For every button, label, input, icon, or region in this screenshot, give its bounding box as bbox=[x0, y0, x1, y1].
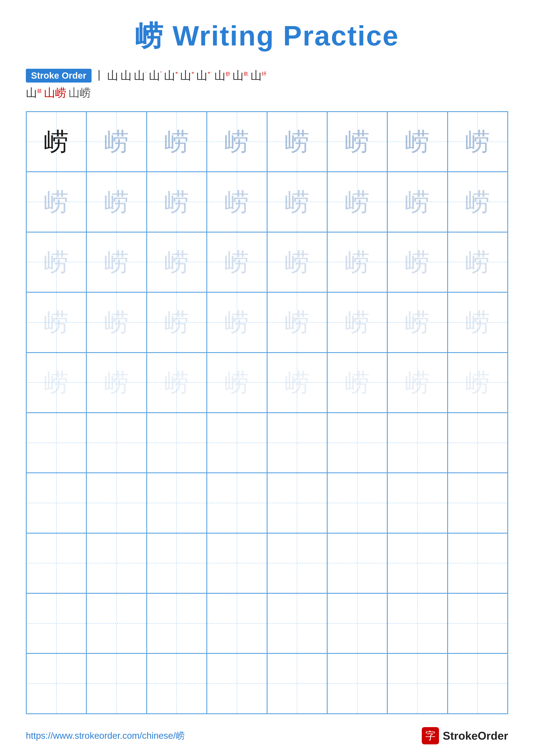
grid-cell: 崂 bbox=[26, 112, 87, 172]
char-gray1: 崂 bbox=[224, 129, 249, 154]
stroke-step-6: 山* bbox=[164, 68, 178, 83]
char-gray4: 崂 bbox=[44, 310, 69, 335]
grid-row-3: 崂 崂 崂 崂 崂 崂 崂 崂 bbox=[26, 232, 508, 292]
grid-cell-empty[interactable] bbox=[87, 473, 146, 533]
grid-cell: 崂 bbox=[387, 232, 447, 292]
grid-cell-empty[interactable] bbox=[147, 413, 207, 473]
grid-cell: 崂 bbox=[207, 353, 267, 413]
grid-cell: 崂 bbox=[87, 172, 146, 232]
stroke-step-7: 山* bbox=[180, 68, 194, 83]
grid-cell-empty[interactable] bbox=[26, 413, 87, 473]
char-gray4: 崂 bbox=[104, 310, 129, 335]
grid-cell: 崂 bbox=[387, 292, 447, 352]
char-gray5: 崂 bbox=[44, 370, 69, 395]
grid-row-6 bbox=[26, 413, 508, 473]
stroke-step-1: 丨 bbox=[94, 68, 105, 83]
stroke-order-section: Stroke Order 丨 山 山 山˙ 山ʼ 山* 山* 山*˙ 山炒 山炊… bbox=[26, 68, 508, 100]
grid-cell-empty[interactable] bbox=[87, 413, 146, 473]
grid-cell: 崂 bbox=[26, 292, 87, 352]
char-gray5: 崂 bbox=[224, 370, 249, 395]
char-gray1: 崂 bbox=[345, 129, 369, 154]
char-gray3: 崂 bbox=[345, 250, 369, 275]
grid-cell-empty[interactable] bbox=[387, 533, 447, 593]
grid-cell: 崂 bbox=[447, 232, 508, 292]
grid-cell-empty[interactable] bbox=[447, 473, 508, 533]
grid-cell-empty[interactable] bbox=[387, 413, 447, 473]
grid-cell: 崂 bbox=[207, 112, 267, 172]
grid-cell-empty[interactable] bbox=[26, 473, 87, 533]
grid-cell-empty[interactable] bbox=[327, 533, 387, 593]
char-gray1: 崂 bbox=[104, 129, 129, 154]
grid-cell: 崂 bbox=[387, 172, 447, 232]
char-gray2: 崂 bbox=[165, 190, 189, 214]
grid-cell: 崂 bbox=[327, 353, 387, 413]
grid-cell-empty[interactable] bbox=[26, 533, 87, 593]
grid-cell-empty[interactable] bbox=[147, 653, 207, 714]
char-gray3: 崂 bbox=[285, 250, 310, 275]
footer-url: https://www.strokeorder.com/chinese/崂 bbox=[26, 730, 185, 742]
grid-cell: 崂 bbox=[147, 112, 207, 172]
grid-row-4: 崂 崂 崂 崂 崂 崂 崂 崂 bbox=[26, 292, 508, 352]
grid-cell: 崂 bbox=[447, 353, 508, 413]
grid-cell-empty[interactable] bbox=[387, 653, 447, 714]
grid-cell-empty[interactable] bbox=[207, 533, 267, 593]
char-gray5: 崂 bbox=[104, 370, 129, 395]
grid-cell-empty[interactable] bbox=[387, 593, 447, 653]
grid-cell-empty[interactable] bbox=[87, 533, 146, 593]
grid-cell-empty[interactable] bbox=[207, 473, 267, 533]
grid-cell-empty[interactable] bbox=[26, 593, 87, 653]
grid-cell-empty[interactable] bbox=[267, 413, 327, 473]
grid-cell-empty[interactable] bbox=[447, 533, 508, 593]
grid-row-5: 崂 崂 崂 崂 崂 崂 崂 崂 bbox=[26, 353, 508, 413]
char-gray4: 崂 bbox=[345, 310, 369, 335]
char-gray1: 崂 bbox=[285, 129, 310, 154]
grid-cell-empty[interactable] bbox=[147, 473, 207, 533]
grid-cell: 崂 bbox=[327, 292, 387, 352]
grid-cell-empty[interactable] bbox=[447, 653, 508, 714]
grid-cell: 崂 bbox=[26, 232, 87, 292]
grid-cell-empty[interactable] bbox=[447, 413, 508, 473]
char-gray3: 崂 bbox=[44, 250, 69, 275]
char-gray4: 崂 bbox=[405, 310, 430, 335]
grid-row-9 bbox=[26, 593, 508, 653]
grid-cell: 崂 bbox=[147, 292, 207, 352]
grid-cell-empty[interactable] bbox=[387, 473, 447, 533]
grid-cell: 崂 bbox=[327, 112, 387, 172]
grid-cell: 崂 bbox=[87, 292, 146, 352]
char-gray3: 崂 bbox=[405, 250, 430, 275]
stroke-order-row: Stroke Order 丨 山 山 山˙ 山ʼ 山* 山* 山*˙ 山炒 山炊… bbox=[26, 68, 508, 83]
char-gray5: 崂 bbox=[405, 370, 430, 395]
grid-cell-empty[interactable] bbox=[207, 413, 267, 473]
grid-cell-empty[interactable] bbox=[207, 653, 267, 714]
grid-cell-empty[interactable] bbox=[267, 653, 327, 714]
grid-cell-empty[interactable] bbox=[447, 593, 508, 653]
grid-cell-empty[interactable] bbox=[327, 593, 387, 653]
char-gray4: 崂 bbox=[285, 310, 310, 335]
char-gray2: 崂 bbox=[345, 190, 369, 214]
stroke-step-4: 山˙ bbox=[134, 68, 147, 83]
stroke-step-13: 山崂 bbox=[44, 85, 66, 100]
grid-cell-empty[interactable] bbox=[147, 533, 207, 593]
char-gray5: 崂 bbox=[345, 370, 369, 395]
grid-row-1: 崂 崂 崂 崂 崂 崂 崂 崂 bbox=[26, 112, 508, 172]
grid-cell-empty[interactable] bbox=[327, 653, 387, 714]
grid-cell-empty[interactable] bbox=[26, 653, 87, 714]
grid-cell: 崂 bbox=[447, 292, 508, 352]
grid-cell-empty[interactable] bbox=[207, 593, 267, 653]
grid-cell-empty[interactable] bbox=[327, 473, 387, 533]
grid-cell-empty[interactable] bbox=[327, 413, 387, 473]
grid-cell: 崂 bbox=[147, 232, 207, 292]
grid-cell: 崂 bbox=[387, 112, 447, 172]
stroke-step-8: 山*˙ bbox=[196, 68, 212, 83]
grid-cell-empty[interactable] bbox=[267, 593, 327, 653]
grid-cell-empty[interactable] bbox=[147, 593, 207, 653]
grid-cell: 崂 bbox=[267, 353, 327, 413]
grid-cell-empty[interactable] bbox=[87, 593, 146, 653]
grid-cell-empty[interactable] bbox=[87, 653, 146, 714]
stroke-step-14: 山崂 bbox=[68, 85, 91, 100]
grid-cell: 崂 bbox=[327, 232, 387, 292]
char-dark: 崂 bbox=[44, 129, 69, 154]
stroke-step-2: 山 bbox=[107, 68, 118, 83]
grid-cell-empty[interactable] bbox=[267, 533, 327, 593]
grid-cell-empty[interactable] bbox=[267, 473, 327, 533]
